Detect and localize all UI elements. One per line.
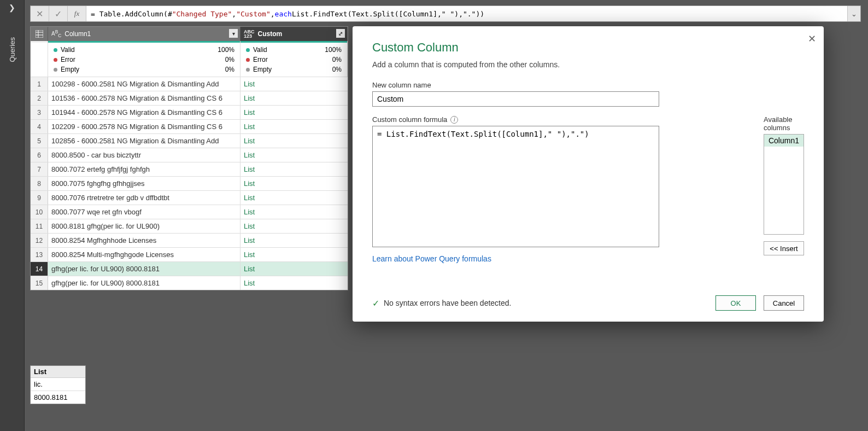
- table-row[interactable]: 68000.8500 - car bus bicztyttrList: [31, 148, 348, 162]
- row-number: 14: [31, 262, 48, 276]
- table-row[interactable]: 4102209 - 6000.2578 NG Migration & Disma…: [31, 119, 348, 133]
- formula-dropdown-icon[interactable]: ⌄: [847, 6, 860, 21]
- status-message: ✓ No syntax errors have been detected.: [372, 298, 511, 308]
- close-icon[interactable]: ✕: [808, 33, 816, 45]
- dialog-subtitle: Add a column that is computed from the o…: [372, 60, 804, 69]
- stat-value: 100%: [218, 46, 234, 54]
- stat-label: Empty: [61, 66, 79, 73]
- cell-custom[interactable]: List: [241, 191, 348, 205]
- cell-column1[interactable]: 8000.7075 fghgfhg gfhhgjjses: [48, 177, 241, 190]
- cell-custom[interactable]: List: [241, 106, 348, 119]
- row-number: 6: [31, 148, 48, 162]
- preview-item[interactable]: lic.: [31, 378, 85, 391]
- insert-button[interactable]: << Insert: [764, 241, 804, 255]
- cell-custom[interactable]: List: [241, 134, 348, 148]
- cell-column1[interactable]: 8000.8181 gfhg(per lic. for UL900): [48, 219, 241, 233]
- info-icon[interactable]: i: [450, 116, 458, 124]
- dialog-title: Custom Column: [372, 40, 804, 55]
- cell-custom[interactable]: List: [241, 248, 348, 261]
- cell-custom[interactable]: List: [241, 162, 348, 176]
- available-columns-list: Column1: [764, 134, 804, 235]
- cell-custom[interactable]: List: [241, 148, 348, 162]
- stat-label: Error: [253, 56, 268, 63]
- cell-custom[interactable]: List: [241, 77, 348, 91]
- table-row[interactable]: 98000.7076 rtretretre ter gdb v dffbdtbt…: [31, 190, 348, 205]
- table-row[interactable]: 5102856 - 6000.2581 NG Migration & Disma…: [31, 133, 348, 148]
- cell-custom[interactable]: List: [241, 234, 348, 247]
- stat-value: 0%: [225, 56, 234, 63]
- valid-dot-icon: [246, 48, 250, 52]
- text-type-icon: ABC: [51, 29, 61, 38]
- cell-column1[interactable]: 8000.8254 Mgfhghhode Licenses: [48, 234, 241, 247]
- row-number: 5: [31, 134, 48, 148]
- row-number: 3: [31, 106, 48, 119]
- table-row[interactable]: 2101536 - 6000.2578 NG Migration & Disma…: [31, 91, 348, 105]
- cell-custom[interactable]: List: [241, 262, 348, 276]
- table-row[interactable]: 88000.7075 fghgfhg gfhhgjjsesList: [31, 176, 348, 190]
- stat-label: Valid: [61, 46, 75, 54]
- table-row[interactable]: 3101944 - 6000.2578 NG Migration & Disma…: [31, 105, 348, 119]
- preview-item[interactable]: 8000.8181: [31, 391, 85, 404]
- row-number: 10: [31, 205, 48, 219]
- table-row[interactable]: 128000.8254 Mgfhghhode LicensesList: [31, 233, 348, 247]
- preview-header: List: [31, 366, 85, 378]
- available-column-item[interactable]: Column1: [764, 135, 804, 147]
- fx-icon[interactable]: fx: [68, 6, 86, 21]
- column-header-custom[interactable]: ABC123 Custom ⤢: [241, 27, 348, 41]
- table-row[interactable]: 14gfhg(per lic. for UL900) 8000.8181List: [31, 261, 348, 276]
- stat-label: Error: [61, 56, 75, 63]
- cell-column1[interactable]: 100298 - 6000.2581 NG Migration & Disman…: [48, 77, 241, 91]
- formula-text: each: [275, 10, 292, 18]
- formula-text: ,: [232, 10, 236, 18]
- ok-button[interactable]: OK: [715, 295, 756, 311]
- table-row[interactable]: 108000.7077 wqe ret gfn vbogfList: [31, 205, 348, 219]
- formula-text: "Changed Type": [172, 10, 232, 18]
- column-filter-icon[interactable]: ▾: [229, 29, 238, 38]
- cell-column1[interactable]: 8000.8254 Multi-mgfhghgode Licenses: [48, 248, 241, 261]
- cell-custom[interactable]: List: [241, 91, 348, 105]
- learn-link[interactable]: Learn about Power Query formulas: [372, 254, 491, 263]
- table-row[interactable]: 118000.8181 gfhg(per lic. for UL900)List: [31, 219, 348, 233]
- formula-text: = Table.AddColumn(#: [91, 10, 172, 18]
- table-row[interactable]: 15gfhg(per lic. for UL900) 8000.8181List: [31, 276, 348, 290]
- error-dot-icon: [246, 58, 250, 62]
- cancel-formula-icon[interactable]: ✕: [31, 6, 49, 21]
- table-row[interactable]: 1100298 - 6000.2581 NG Migration & Disma…: [31, 77, 348, 91]
- cell-column1[interactable]: 8000.7076 rtretretre ter gdb v dffbdtbt: [48, 191, 241, 205]
- cell-custom[interactable]: List: [241, 219, 348, 233]
- stat-value: 0%: [332, 66, 342, 73]
- empty-dot-icon: [54, 68, 57, 72]
- formula-input[interactable]: [372, 126, 659, 247]
- cell-custom[interactable]: List: [241, 120, 348, 133]
- table-row[interactable]: 78000.7072 ertefg gfhfjfgj fghfghList: [31, 162, 348, 176]
- cell-column1[interactable]: 101536 - 6000.2578 NG Migration & Disman…: [48, 91, 241, 105]
- cell-column1[interactable]: 102856 - 6000.2581 NG Migration & Disman…: [48, 134, 241, 148]
- cell-preview-panel: List lic.8000.8181: [30, 365, 86, 404]
- accept-formula-icon[interactable]: ✓: [49, 6, 68, 21]
- cell-column1[interactable]: 8000.7072 ertefg gfhfjfgj fghfgh: [48, 162, 241, 176]
- queries-label[interactable]: Queries: [8, 37, 16, 62]
- cell-column1[interactable]: 8000.8500 - car bus bicztyttr: [48, 148, 241, 162]
- row-number: 1: [31, 77, 48, 91]
- queries-sidebar: ❯ Queries: [0, 0, 25, 431]
- expand-column-icon[interactable]: ⤢: [336, 29, 345, 38]
- cell-custom[interactable]: List: [241, 205, 348, 219]
- column-header-column1[interactable]: ABC Column1 ▾: [48, 27, 241, 41]
- cell-column1[interactable]: 101944 - 6000.2578 NG Migration & Disman…: [48, 106, 241, 119]
- cell-custom[interactable]: List: [241, 177, 348, 190]
- column-stats: Valid100% Error0% Empty0% Valid100% Erro…: [31, 43, 348, 77]
- table-icon[interactable]: [31, 27, 48, 41]
- stat-label: Valid: [253, 46, 267, 54]
- expand-queries-icon[interactable]: ❯: [0, 0, 24, 15]
- cell-column1[interactable]: 102209 - 6000.2578 NG Migration & Disman…: [48, 120, 241, 133]
- cell-column1[interactable]: gfhg(per lic. for UL900) 8000.8181: [48, 262, 241, 276]
- column-name-input[interactable]: [372, 91, 659, 107]
- valid-dot-icon: [54, 48, 57, 52]
- cancel-button[interactable]: Cancel: [764, 295, 804, 311]
- formula-input[interactable]: = Table.AddColumn(# "Changed Type" , "Cu…: [86, 6, 847, 21]
- cell-custom[interactable]: List: [241, 276, 348, 290]
- cell-column1[interactable]: 8000.7077 wqe ret gfn vbogf: [48, 205, 241, 219]
- cell-column1[interactable]: gfhg(per lic. for UL900) 8000.8181: [48, 276, 241, 290]
- status-text: No syntax errors have been detected.: [384, 299, 511, 307]
- table-row[interactable]: 138000.8254 Multi-mgfhghgode LicensesLis…: [31, 247, 348, 261]
